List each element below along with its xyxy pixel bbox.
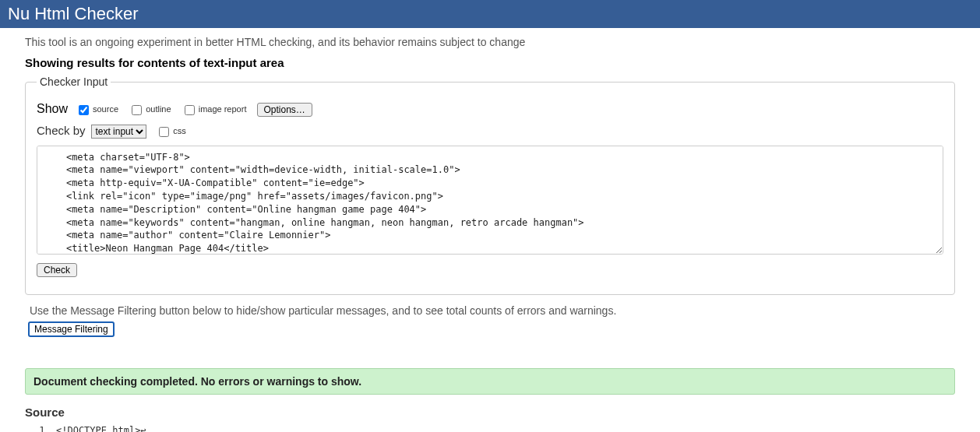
filter-note: Use the Message Filtering button below t…: [30, 304, 955, 317]
outline-checkbox-text: outline: [146, 104, 171, 114]
outline-checkbox[interactable]: [132, 105, 142, 115]
page-title: Nu Html Checker: [8, 4, 138, 23]
checkby-label: Check by: [37, 124, 86, 137]
source-checkbox[interactable]: [79, 105, 89, 115]
show-label: Show: [37, 102, 68, 115]
source-listing: <!DOCTYPE html>↩ <html lang="en">↩ ↩ <he…: [47, 425, 955, 432]
source-heading: Source: [25, 406, 955, 419]
source-checkbox-label[interactable]: source: [76, 104, 121, 114]
results-heading: Showing results for contents of text-inp…: [25, 56, 955, 69]
checkby-select[interactable]: text input: [91, 125, 146, 139]
css-checkbox-label[interactable]: css: [156, 126, 186, 135]
checker-legend: Checker Input: [37, 76, 111, 88]
experiment-note: This tool is an ongoing experiment in be…: [25, 36, 955, 48]
source-line: <!DOCTYPE html>↩: [56, 425, 955, 432]
main-content: This tool is an ongoing experiment in be…: [0, 36, 980, 432]
options-button[interactable]: Options…: [257, 103, 312, 117]
outline-checkbox-label[interactable]: outline: [129, 104, 174, 114]
checker-input-fieldset: Checker Input Show source outline image …: [25, 76, 955, 295]
check-row: Check: [37, 263, 943, 277]
image-report-checkbox[interactable]: [185, 105, 195, 115]
css-checkbox[interactable]: [159, 127, 169, 137]
header-bar: Nu Html Checker: [0, 0, 980, 28]
image-report-checkbox-label[interactable]: image report: [182, 104, 249, 114]
success-banner: Document checking completed. No errors o…: [25, 368, 955, 395]
check-button[interactable]: Check: [37, 263, 77, 277]
source-checkbox-text: source: [93, 104, 118, 114]
checkby-row: Check by text input css: [37, 124, 943, 139]
image-report-checkbox-text: image report: [199, 104, 247, 114]
css-checkbox-text: css: [173, 126, 186, 135]
message-filtering-button[interactable]: Message Filtering: [28, 321, 115, 337]
show-row: Show source outline image report Options…: [37, 102, 943, 118]
html-source-textarea[interactable]: [37, 146, 943, 255]
